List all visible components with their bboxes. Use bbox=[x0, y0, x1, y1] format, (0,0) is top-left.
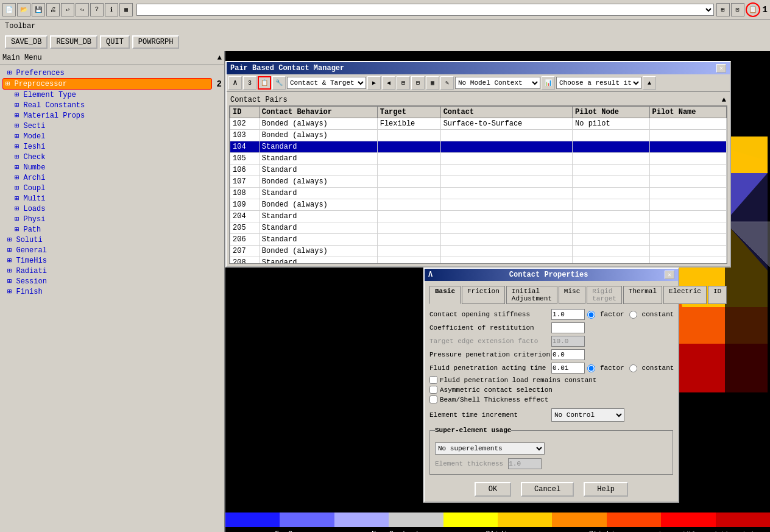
pbcm-tool3[interactable]: 🔧 bbox=[272, 76, 286, 90]
table-row[interactable]: 105Standard bbox=[230, 153, 727, 165]
table-row[interactable]: 204Standard bbox=[230, 211, 727, 222]
powrgrph-button[interactable]: POWRGRPH bbox=[132, 35, 180, 49]
table-row[interactable]: 104Standard bbox=[230, 141, 727, 153]
tool2-icon[interactable]: ⊡ bbox=[731, 3, 744, 16]
open-icon[interactable]: 📂 bbox=[17, 3, 30, 16]
sidebar-item-session[interactable]: ⊞ Session bbox=[2, 276, 222, 286]
info-icon[interactable]: ℹ bbox=[105, 3, 118, 16]
pbcm-tool1[interactable]: 3 bbox=[243, 76, 256, 90]
sidebar-item-model[interactable]: ⊞ Model bbox=[2, 131, 222, 141]
sidebar-item-check[interactable]: ⊞ Check bbox=[2, 152, 222, 162]
sidebar-item-element-type[interactable]: ⊞ Element Type bbox=[2, 90, 222, 100]
save-db-button[interactable]: SAVE_DB bbox=[5, 35, 48, 49]
coeff-restitution-input[interactable] bbox=[551, 322, 585, 333]
table-row[interactable]: 205Standard bbox=[230, 222, 727, 234]
sidebar-item-secti[interactable]: ⊞ Secti bbox=[2, 121, 222, 131]
beam-checkbox[interactable] bbox=[429, 395, 437, 403]
tab-rigid-target[interactable]: Rigid target bbox=[587, 286, 622, 304]
table-row[interactable]: 208Standard bbox=[230, 257, 727, 264]
quit-button[interactable]: QUIT bbox=[100, 35, 130, 49]
contact-opening-input[interactable] bbox=[551, 309, 585, 320]
sidebar-item-preferences[interactable]: ⊞ Preferences bbox=[2, 68, 222, 78]
highlighted-icon[interactable]: 📋 bbox=[746, 2, 760, 17]
sidebar-item-path[interactable]: ⊞ Path bbox=[2, 224, 222, 235]
pressure-penetration-input[interactable] bbox=[551, 349, 585, 360]
pbcm-t6[interactable]: ✎ bbox=[440, 76, 454, 90]
table-row[interactable]: 109Bonded (always) bbox=[230, 199, 727, 211]
tab-initial-adjustment[interactable]: Initial Adjustment bbox=[506, 286, 557, 304]
pairs-table-container[interactable]: ID Contact Behavior Target Contact Pilot… bbox=[229, 105, 727, 264]
sidebar-item-multi[interactable]: ⊞ Multi bbox=[2, 193, 222, 204]
undo-icon[interactable]: ↩ bbox=[61, 3, 74, 16]
sidebar-item-timehis[interactable]: ⊞ TimeHis bbox=[2, 255, 222, 266]
pbcm-t5[interactable]: ▦ bbox=[426, 76, 439, 90]
pbcm-close-button[interactable]: ✕ bbox=[716, 64, 726, 73]
grid-icon[interactable]: ▦ bbox=[119, 3, 133, 16]
table-row[interactable]: 102Bonded (always)FlexibleSurface-to-Sur… bbox=[230, 118, 727, 130]
constant-radio[interactable] bbox=[629, 311, 637, 319]
asymmetric-checkbox[interactable] bbox=[429, 386, 437, 394]
resum-db-button[interactable]: RESUM_DB bbox=[50, 35, 97, 49]
help-icon[interactable]: ? bbox=[90, 3, 104, 16]
pbcm-t7[interactable]: 📊 bbox=[542, 76, 555, 90]
sidebar-item-archi[interactable]: ⊞ Archi bbox=[2, 172, 222, 183]
sidebar-item-preprocessor[interactable]: ⊞ Preprocessor bbox=[2, 78, 212, 90]
fluid-penetration-input[interactable] bbox=[551, 363, 585, 374]
tab-misc[interactable]: Misc bbox=[559, 286, 585, 304]
tool1-icon[interactable]: ⊞ bbox=[716, 3, 730, 16]
tab-basic[interactable]: Basic bbox=[429, 286, 461, 304]
tab-electric[interactable]: Electric bbox=[663, 286, 707, 304]
pbcm-result-select[interactable]: Choose a result item bbox=[556, 77, 641, 89]
cp-close-button[interactable]: ✕ bbox=[665, 271, 674, 279]
fp-factor-radio[interactable] bbox=[587, 364, 595, 372]
redo-icon[interactable]: ↪ bbox=[76, 3, 89, 16]
table-row[interactable]: 107Bonded (always) bbox=[230, 176, 727, 188]
collapse-icon[interactable]: ▲ bbox=[217, 54, 222, 62]
cp-titlebar[interactable]: Λ Contact Properties ✕ bbox=[425, 269, 678, 281]
pbcm-expand[interactable]: ▲ bbox=[643, 76, 656, 90]
table-row[interactable]: 103Bonded (always) bbox=[230, 130, 727, 141]
pbcm-t2[interactable]: ◀ bbox=[382, 76, 395, 90]
table-row[interactable]: 206Standard bbox=[230, 234, 727, 246]
super-element-legend: Super-element usage bbox=[435, 427, 511, 434]
pbcm-titlebar[interactable]: Pair Based Contact Manager ✕ bbox=[227, 62, 730, 74]
factor-radio[interactable] bbox=[587, 311, 595, 319]
sidebar-item-numbe[interactable]: ⊞ Numbe bbox=[2, 162, 222, 172]
ok-button[interactable]: OK bbox=[475, 482, 511, 497]
table-row[interactable]: 108Standard bbox=[230, 188, 727, 199]
pbcm-tool2[interactable]: 📋 bbox=[258, 76, 271, 90]
help-button[interactable]: Help bbox=[584, 482, 628, 497]
pbcm-contact-select[interactable]: Contact & Target bbox=[287, 77, 366, 89]
sidebar-item-finish[interactable]: ⊞ Finish bbox=[2, 286, 222, 297]
element-time-select[interactable]: No Control bbox=[551, 408, 624, 422]
print-icon[interactable]: 🖨 bbox=[46, 3, 60, 16]
sidebar-item-real-constants[interactable]: ⊞ Real Constants bbox=[2, 100, 222, 110]
table-row[interactable]: 106Standard bbox=[230, 165, 727, 176]
pairs-collapse[interactable]: ▲ bbox=[722, 96, 726, 104]
sidebar-item-physi[interactable]: ⊞ Physi bbox=[2, 214, 222, 224]
sidebar-item-ieshi[interactable]: ⊞ Ieshi bbox=[2, 141, 222, 152]
sidebar-item-material-props[interactable]: ⊞ Material Props bbox=[2, 110, 222, 121]
no-superelements-select[interactable]: No superelements bbox=[435, 442, 545, 455]
pbcm-lambda-icon[interactable]: Λ bbox=[228, 76, 242, 90]
sidebar-item-general[interactable]: ⊞ General bbox=[2, 245, 222, 255]
pbcm-t1[interactable]: ▶ bbox=[367, 76, 381, 90]
cancel-button[interactable]: Cancel bbox=[521, 482, 574, 497]
sidebar-item-loads[interactable]: ⊞ Loads bbox=[2, 204, 222, 214]
save-icon[interactable]: 💾 bbox=[32, 3, 45, 16]
fluid-checkbox[interactable] bbox=[429, 376, 437, 384]
tab-id[interactable]: ID bbox=[708, 286, 727, 304]
sidebar-item-coupl[interactable]: ⊞ Coupl bbox=[2, 183, 222, 193]
fp-constant-radio[interactable] bbox=[629, 364, 637, 372]
sidebar-item-radiati[interactable]: ⊞ Radiati bbox=[2, 266, 222, 276]
new-icon[interactable]: 📄 bbox=[2, 3, 16, 16]
pbcm-t3[interactable]: ⊞ bbox=[397, 76, 410, 90]
pbcm-context-select[interactable]: No Model Context bbox=[455, 77, 540, 89]
table-row[interactable]: 207Bonded (always) bbox=[230, 246, 727, 257]
table-cell-target bbox=[377, 246, 440, 257]
tab-friction[interactable]: Friction bbox=[462, 286, 505, 304]
pbcm-t4[interactable]: ⊟ bbox=[411, 76, 425, 90]
toolbar-dropdown[interactable] bbox=[136, 4, 714, 16]
tab-thermal[interactable]: Thermal bbox=[623, 286, 662, 304]
sidebar-item-soluti[interactable]: ⊞ Soluti bbox=[2, 235, 222, 245]
